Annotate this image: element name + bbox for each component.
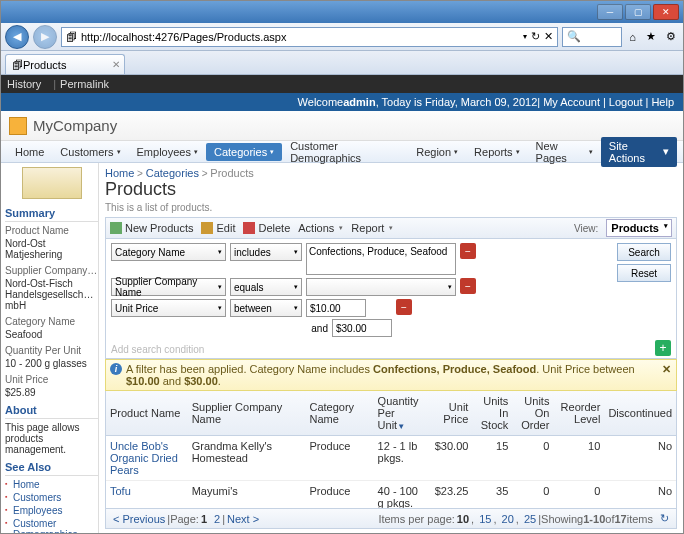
chevron-down-icon: ▾ (516, 148, 520, 156)
menu-item-region[interactable]: Region▾ (408, 143, 466, 161)
refresh-icon[interactable]: ↻ (531, 30, 540, 43)
new-products-button[interactable]: New Products (110, 222, 193, 234)
seealso-link[interactable]: Employees (5, 504, 98, 517)
chevron-down-icon: ▾ (194, 148, 198, 156)
menu-item-customers[interactable]: Customers▾ (52, 143, 128, 161)
home-icon[interactable]: ⌂ (626, 31, 639, 43)
filter-field-select[interactable]: Category Name (111, 243, 226, 261)
seealso-link[interactable]: Home (5, 478, 98, 491)
filter-field-select[interactable]: Supplier Company Name (111, 278, 226, 296)
reset-button[interactable]: Reset (617, 264, 671, 282)
column-header[interactable]: Discontinued (604, 391, 676, 436)
actions-button[interactable]: Actions▾ (298, 222, 343, 234)
column-header[interactable]: Quantity Per Unit▼ (374, 391, 430, 436)
cell-disc: No (604, 436, 676, 481)
pager-page[interactable]: 1 (201, 513, 207, 525)
help-link[interactable]: Help (651, 96, 674, 108)
content-area: Home > Categories > Products Products Th… (99, 163, 683, 533)
crumb-home[interactable]: Home (105, 167, 134, 179)
brand-logo-icon (9, 117, 27, 135)
filter-value-from[interactable] (306, 299, 366, 317)
window-maximize-button[interactable]: ▢ (625, 4, 651, 20)
column-header[interactable]: Product Name (106, 391, 188, 436)
filter-value-to[interactable] (332, 319, 392, 337)
column-header[interactable]: Supplier Company Name (188, 391, 306, 436)
filter-remove-icon[interactable]: − (396, 299, 412, 315)
menu-item-new-pages[interactable]: New Pages▾ (528, 137, 601, 167)
menu-item-reports[interactable]: Reports▾ (466, 143, 528, 161)
view-selector[interactable]: Products (606, 219, 672, 237)
close-icon[interactable]: ✕ (662, 363, 671, 376)
url-input[interactable] (81, 31, 519, 43)
cell-supplier: Mayumi's (188, 481, 306, 510)
tab-close-icon[interactable]: ✕ (112, 59, 120, 70)
column-header[interactable]: Unit Price (429, 391, 472, 436)
column-header[interactable]: Units On Order (512, 391, 553, 436)
delete-button[interactable]: Delete (243, 222, 290, 234)
column-header[interactable]: Units In Stock (472, 391, 512, 436)
tools-icon[interactable]: ⚙ (663, 30, 679, 43)
cell-product-name[interactable]: Uncle Bob's Organic Dried Pears (106, 436, 188, 481)
filter-add-icon[interactable]: + (655, 340, 671, 356)
column-header[interactable]: Reorder Level (553, 391, 604, 436)
crumb-current: Products (210, 167, 253, 179)
history-link[interactable]: History (7, 78, 41, 90)
menu-item-categories[interactable]: Categories▾ (206, 143, 282, 161)
logout-link[interactable]: Logout (609, 96, 643, 108)
table-row[interactable]: Uncle Bob's Organic Dried PearsGrandma K… (106, 436, 676, 481)
pager-ipp[interactable]: 25 (524, 513, 536, 525)
back-button[interactable]: ◀ (5, 25, 29, 49)
pager-ipp[interactable]: 20 (502, 513, 514, 525)
cell-price: $30.00 (429, 436, 472, 481)
search-button[interactable]: Search (617, 243, 671, 261)
summary-label: Quantity Per Unit (5, 344, 98, 357)
permalink-link[interactable]: Permalink (60, 78, 109, 90)
pager-page[interactable]: 2 (214, 513, 220, 525)
favorites-icon[interactable]: ★ (643, 30, 659, 43)
report-button[interactable]: Report▾ (351, 222, 393, 234)
pager-ipp[interactable]: 15 (479, 513, 491, 525)
address-bar[interactable]: 🗐 ▾ ↻ ✕ (61, 27, 558, 47)
filter-panel: Search Reset Category Name includes Conf… (105, 239, 677, 359)
menu-item-customer-demographics[interactable]: Customer Demographics (282, 137, 408, 167)
filter-op-select[interactable]: includes (230, 243, 302, 261)
seealso-link[interactable]: Customers (5, 491, 98, 504)
filter-value-text[interactable]: Confections, Produce, Seafood (306, 243, 456, 275)
filter-remove-icon[interactable]: − (460, 278, 476, 294)
pager-prev[interactable]: < Previous (113, 513, 165, 525)
cell-price: $23.25 (429, 481, 472, 510)
filter-value-select[interactable] (306, 278, 456, 296)
crumb-categories[interactable]: Categories (146, 167, 199, 179)
forward-button[interactable]: ▶ (33, 25, 57, 49)
cell-product-name[interactable]: Tofu (106, 481, 188, 510)
add-condition-link[interactable]: Add search condition (111, 344, 204, 355)
filter-op-select[interactable]: between (230, 299, 302, 317)
filter-remove-icon[interactable]: − (460, 243, 476, 259)
browser-tab[interactable]: 🗐 Products ✕ (5, 54, 125, 74)
chevron-down-icon: ▾ (454, 148, 458, 156)
filter-op-select[interactable]: equals (230, 278, 302, 296)
dropdown-icon[interactable]: ▾ (523, 32, 527, 41)
chevron-down-icon: ▾ (339, 224, 343, 232)
my-account-link[interactable]: My Account (543, 96, 600, 108)
page-title: Products (105, 179, 677, 200)
data-grid[interactable]: Product NameSupplier Company NameCategor… (105, 391, 677, 509)
page-desc: This is a list of products. (105, 202, 677, 213)
menu-item-employees[interactable]: Employees▾ (129, 143, 206, 161)
window-close-button[interactable]: ✕ (653, 4, 679, 20)
column-header[interactable]: Category Name (305, 391, 373, 436)
seealso-link[interactable]: Customer Demographics (5, 517, 98, 533)
info-icon: i (110, 363, 122, 375)
filter-field-select[interactable]: Unit Price (111, 299, 226, 317)
window-minimize-button[interactable]: ─ (597, 4, 623, 20)
stop-icon[interactable]: ✕ (544, 30, 553, 43)
table-row[interactable]: TofuMayumi'sProduce40 - 100 g pkgs.$23.2… (106, 481, 676, 510)
search-box[interactable]: 🔍 (562, 27, 622, 47)
refresh-icon[interactable]: ↻ (657, 512, 671, 526)
edit-button[interactable]: Edit (201, 222, 235, 234)
site-actions-button[interactable]: Site Actions▾ (601, 137, 677, 167)
pager-next[interactable]: Next > (227, 513, 259, 525)
menu-item-home[interactable]: Home (7, 143, 52, 161)
pager-ipp[interactable]: 10 (457, 513, 469, 525)
summary-value: Nord-Ost-Fisch Handelsgesellsch… mbH (5, 277, 98, 315)
